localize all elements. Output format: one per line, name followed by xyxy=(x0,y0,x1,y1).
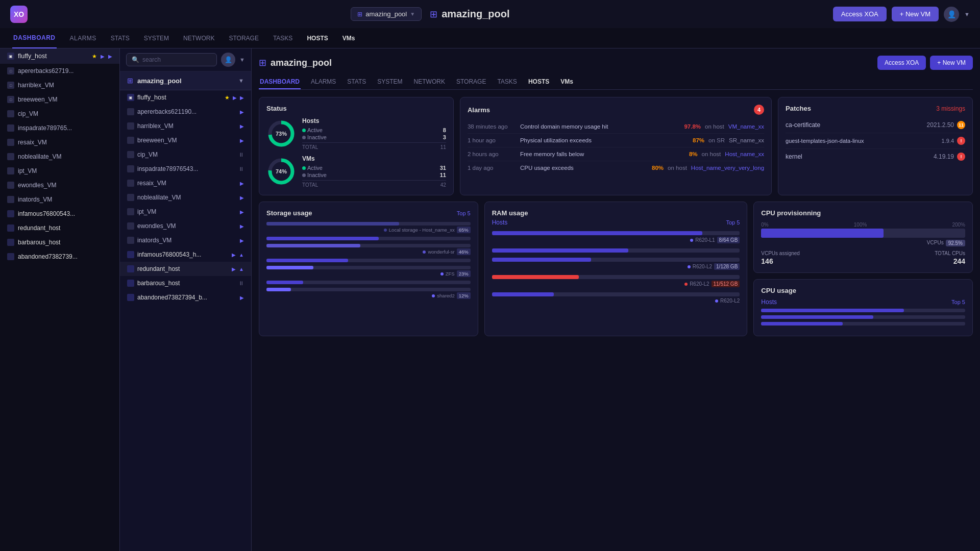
vm-tree-icon-4 xyxy=(127,151,134,158)
vms-active-label: Active xyxy=(307,165,323,171)
tree-item-infamous[interactable]: infamous76800543_h... ▶ ▲ xyxy=(120,247,251,262)
user-avatar-top[interactable]: 👤 xyxy=(944,7,959,22)
sidebar-item-inat[interactable]: inatords_VM xyxy=(0,192,119,207)
vms-donut: 74% xyxy=(266,157,296,186)
tab-storage[interactable]: STORAGE xyxy=(228,28,259,48)
sidebar-item-barbarous[interactable]: barbarous_host xyxy=(0,235,119,249)
sidebar-item-resaix[interactable]: resaix_VM xyxy=(0,135,119,149)
dashboard-main: ⊞ amazing_pool Access XOA + New VM DASHB… xyxy=(252,48,980,551)
cpu-prov-100: 100% xyxy=(854,222,867,228)
pool-tree-header[interactable]: ⊞ amazing_pool ▼ xyxy=(120,71,251,90)
tree-inat-label: inatords_VM xyxy=(137,237,237,244)
inner-search-input[interactable]: 🔍 search xyxy=(126,53,217,66)
sidebar-item-noble[interactable]: noblealilate_VM xyxy=(0,149,119,164)
pool-tree-sidebar: 🔍 search 👤 ▼ ⊞ amazing_pool ▼ ▣ fluffy_h… xyxy=(120,48,252,551)
sidebar-item-harriblex[interactable]: □ harriblex_VM xyxy=(0,78,119,92)
dash-access-xoa-button[interactable]: Access XOA xyxy=(877,56,926,70)
vm-tree-icon-2 xyxy=(127,122,134,130)
sidebar-item-infamous[interactable]: infamous76800543... xyxy=(0,207,119,221)
sidebar-cip-label: cip_VM xyxy=(18,110,112,117)
hosts-total-label: TOTAL xyxy=(302,144,318,150)
dash-tab-system[interactable]: SYSTEM xyxy=(376,75,403,89)
alarm-link-3[interactable]: Host_name_xx xyxy=(725,151,764,157)
vcpus-assigned-val: 146 xyxy=(761,257,800,265)
dash-tab-network[interactable]: NETWORK xyxy=(413,75,446,89)
patch-name-3: kernel xyxy=(786,153,934,160)
vm-tree-icon-5 xyxy=(127,165,134,172)
storage-bar-6 xyxy=(266,281,471,284)
dash-tab-dashboard[interactable]: DASHBOARD xyxy=(259,75,301,89)
alarm-row-1: 38 minutes ago Control domain memory usa… xyxy=(468,120,764,134)
cpu-usage-hosts[interactable]: Hosts xyxy=(761,298,777,306)
storage-title: Storage usage xyxy=(266,209,312,217)
sidebar-item-cip[interactable]: cip_VM xyxy=(0,107,119,121)
ram-bar5-label: R620-L2 xyxy=(720,298,740,304)
tree-item-noble[interactable]: noblealilate_VM ▶ xyxy=(120,190,251,205)
storage-bar7-pct: 12% xyxy=(457,292,471,299)
patch-badge-1: 11 xyxy=(957,121,965,129)
tree-item-abandoned[interactable]: abandoned73827394_b... ▶ xyxy=(120,290,251,305)
tab-vms[interactable]: VMs xyxy=(341,28,356,48)
sidebar-item-redundant[interactable]: redundant_host xyxy=(0,221,119,235)
arrow-tree-infamous: ▶ xyxy=(232,252,236,258)
tab-tasks[interactable]: TASKS xyxy=(272,28,293,48)
pool-selector-name: amazing_pool xyxy=(365,10,407,18)
alarm-on-3: on host xyxy=(702,151,721,157)
ram-hosts-label: Hosts xyxy=(492,219,508,226)
ram-title: RAM usage xyxy=(492,209,528,217)
arrow-tree-ipt: ▶ xyxy=(240,209,244,215)
alarm-link-4[interactable]: Host_name_very_very_long xyxy=(691,165,764,171)
tab-dashboard[interactable]: DASHBOARD xyxy=(12,28,57,48)
sidebar-item-ewon[interactable]: ewondles_VM xyxy=(0,178,119,192)
tree-ewon-label: ewondles_VM xyxy=(137,222,237,230)
storage-bar3-label: wonderful-sr xyxy=(428,249,454,255)
tree-item-fluffy[interactable]: ▣ fluffy_host ★ ▶ ▶ xyxy=(120,90,251,105)
tree-item-barbarous[interactable]: barbarous_host ⏸ xyxy=(120,276,251,290)
sidebar-item-inspad[interactable]: inspadrate789765... xyxy=(0,121,119,135)
dash-tab-alarms[interactable]: ALARMS xyxy=(310,75,337,89)
hosts-active-label: Active xyxy=(307,127,323,133)
dash-tab-tasks[interactable]: TASKS xyxy=(496,75,518,89)
tree-item-harriblex[interactable]: harriblex_VM ▶ xyxy=(120,119,251,133)
tab-network[interactable]: NETWORK xyxy=(182,28,215,48)
cpu-usage-title: CPU usage xyxy=(761,287,965,294)
sidebar-item-fluffy-host[interactable]: ▣ fluffy_host ★ ▶ ▶ xyxy=(0,48,119,64)
alarm-link-1[interactable]: VM_name_xx xyxy=(728,123,764,130)
tab-stats[interactable]: STATS xyxy=(110,28,131,48)
pool-selector-outer[interactable]: ⊞ amazing_pool ▼ xyxy=(351,7,422,21)
status-title: Status xyxy=(266,105,446,112)
sidebar-item-aperer[interactable]: □ apererbacks62719... xyxy=(0,64,119,78)
tree-item-breeween[interactable]: breeween_VM ▶ xyxy=(120,133,251,147)
tab-system[interactable]: SYSTEM xyxy=(143,28,170,48)
tab-hosts[interactable]: HOSTS xyxy=(306,28,329,48)
sidebar-item-breeween[interactable]: □ breeween_VM xyxy=(0,92,119,107)
arrow-tree-inat: ▶ xyxy=(240,238,244,243)
dash-new-vm-button[interactable]: + New VM xyxy=(930,56,973,70)
tree-item-aperer[interactable]: apererbacks621190... ▶ xyxy=(120,105,251,119)
user-chevron-inner: ▼ xyxy=(239,57,245,63)
tab-alarms[interactable]: ALARMS xyxy=(69,28,97,48)
arrow-icon-fluffy: ▶ xyxy=(101,54,105,59)
sidebar-item-abandoned[interactable]: abandoned7382739... xyxy=(0,249,119,264)
tree-item-redundant[interactable]: redundant_host ▶ ▲ xyxy=(120,262,251,276)
arrow-tree-aperer: ▶ xyxy=(240,109,244,115)
dash-tab-stats[interactable]: STATS xyxy=(346,75,367,89)
access-xoa-button-top[interactable]: Access XOA xyxy=(833,7,887,21)
user-avatar-inner[interactable]: 👤 xyxy=(221,53,235,67)
dash-tab-vms[interactable]: VMs xyxy=(559,75,574,89)
tree-item-ipt[interactable]: ipt_VM ▶ xyxy=(120,205,251,219)
tree-item-resaix[interactable]: resaix_VM ▶ xyxy=(120,176,251,190)
arrow-tree-ewon: ▶ xyxy=(240,223,244,229)
dash-tab-hosts[interactable]: HOSTS xyxy=(527,75,550,89)
ram-bar3-label: R620-L2 xyxy=(693,264,712,269)
dash-tab-storage[interactable]: STORAGE xyxy=(455,75,487,89)
new-vm-button-top[interactable]: + New VM xyxy=(892,7,939,21)
tree-item-inspad[interactable]: inspadrate78976543... ⏸ xyxy=(120,162,251,176)
tree-item-ewon[interactable]: ewondles_VM ▶ xyxy=(120,219,251,233)
tree-item-cip[interactable]: cip_VM ⏸ xyxy=(120,147,251,162)
host-icon: ▣ xyxy=(7,53,14,60)
sidebar-item-ipt[interactable]: ipt_VM xyxy=(0,164,119,178)
ram-bar4-label: R620-L2 xyxy=(690,281,709,287)
ram-bar4-info: 11/512 GB xyxy=(712,281,740,287)
tree-item-inat[interactable]: inatords_VM ▶ xyxy=(120,233,251,247)
